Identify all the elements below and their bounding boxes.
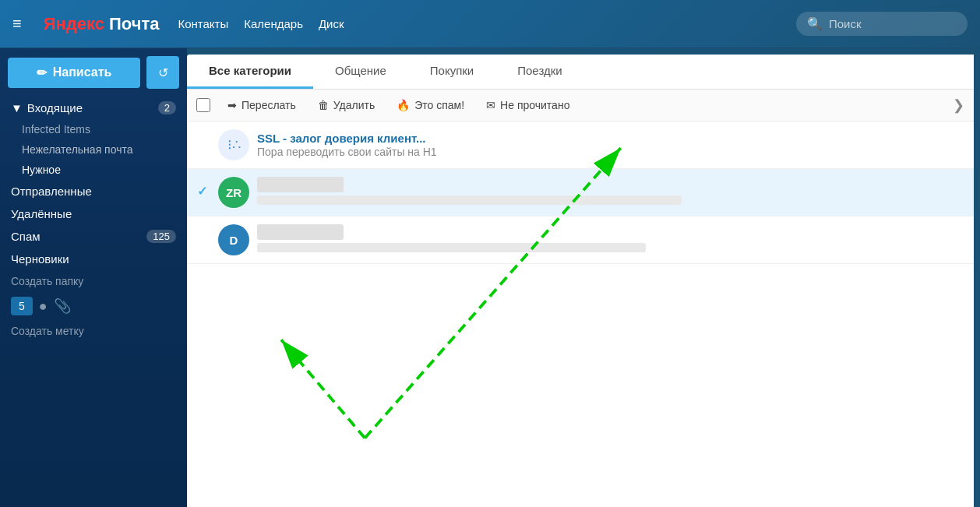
drafts-folder[interactable]: Черновики <box>0 248 187 270</box>
spam-badge: 125 <box>146 230 176 243</box>
logo-pochta: Почта <box>109 14 160 34</box>
calendar-nav[interactable]: Календарь <box>244 17 303 30</box>
unread-label: Не прочитано <box>500 99 569 111</box>
d-sender-row <box>257 224 964 240</box>
delete-button[interactable]: 🗑 Удалить <box>313 96 379 114</box>
ssl-email-checkbox[interactable] <box>196 138 210 152</box>
delete-bin-icon: 🗑 <box>318 99 329 111</box>
email-list: ⁝∴ SSL - залог доверия клиент... Пора пе… <box>187 121 974 507</box>
junk-folder[interactable]: Нежелательная почта <box>0 139 187 160</box>
header: ≡ Яндекс Почта Контакты Календарь Диск 🔍 <box>0 0 980 48</box>
search-input[interactable] <box>829 17 957 30</box>
d-sender <box>257 224 344 240</box>
disk-nav[interactable]: Диск <box>319 17 344 30</box>
ssl-preview: Пора переводить свои сайты на Н1 <box>257 146 437 158</box>
tab-all-categories[interactable]: Все категории <box>187 55 313 89</box>
sidebar: ✏ Написать ↺ ▼ Входящие 2 Infected Items… <box>0 48 187 507</box>
compose-area: ✏ Написать ↺ <box>0 56 187 97</box>
inbox-label: Входящие <box>27 101 83 114</box>
inbox-badge: 2 <box>158 101 176 114</box>
sent-label: Отправленные <box>11 185 92 198</box>
tab-communication[interactable]: Общение <box>313 55 408 89</box>
create-label-label: Создать метку <box>11 325 84 337</box>
d-avatar: D <box>218 224 249 255</box>
deleted-folder[interactable]: Удалённые <box>0 202 187 225</box>
forward-label: Переслать <box>241 99 296 111</box>
zr-email-checkbox[interactable] <box>196 185 210 199</box>
spam-fire-icon: 🔥 <box>397 99 410 111</box>
refresh-icon: ↺ <box>158 65 168 80</box>
zr-email-content <box>257 177 964 208</box>
forward-arrow-icon: ➡ <box>227 99 237 111</box>
search-box[interactable]: 🔍 <box>796 12 968 36</box>
ssl-email-content: SSL - залог доверия клиент... Пора перев… <box>257 132 964 159</box>
zr-sender <box>257 177 344 192</box>
unread-envelope-icon: ✉ <box>486 99 495 111</box>
zr-avatar: ZR <box>218 177 249 208</box>
compose-label: Написать <box>53 65 112 79</box>
ssl-avatar-icon: ⁝∴ <box>227 136 241 153</box>
zr-sender-row <box>257 177 964 192</box>
tab-purchases[interactable]: Покупки <box>408 55 495 89</box>
important-label: Нужное <box>22 164 61 176</box>
junk-label: Нежелательная почта <box>22 143 133 156</box>
spam-folder[interactable]: Спам 125 <box>0 225 187 248</box>
inbox-arrow-icon: ▼ <box>11 101 23 114</box>
d-email-checkbox[interactable] <box>196 233 210 247</box>
refresh-button[interactable]: ↺ <box>146 56 179 89</box>
create-label-btn[interactable]: Создать метку <box>0 320 187 342</box>
ssl-sender: SSL - залог доверия клиент... <box>257 132 425 145</box>
paperclip-icon: 📎 <box>54 298 71 315</box>
ssl-avatar: ⁝∴ <box>218 129 249 160</box>
logo: Яндекс Почта <box>44 14 160 34</box>
compose-button[interactable]: ✏ Написать <box>8 58 140 88</box>
spam-label: Спам <box>11 230 41 243</box>
ssl-sender-row: SSL - залог доверия клиент... <box>257 132 964 145</box>
logo-yandex: Яндекс <box>44 14 104 34</box>
forward-button[interactable]: ➡ Переслать <box>223 96 301 114</box>
create-folder-btn[interactable]: Создать папку <box>0 270 187 292</box>
create-folder-label: Создать папку <box>11 275 83 287</box>
select-all-checkbox[interactable] <box>196 98 210 112</box>
ssl-email[interactable]: ⁝∴ SSL - залог доверия клиент... Пора пе… <box>187 121 974 169</box>
contacts-nav[interactable]: Контакты <box>178 17 228 30</box>
infected-items-label: Infected Items <box>22 123 90 136</box>
hamburger-menu[interactable]: ≡ <box>12 15 22 33</box>
important-folder[interactable]: Нужное <box>0 160 187 180</box>
tab-trips[interactable]: Поездки <box>495 55 583 89</box>
label-section: 5 ● 📎 <box>0 292 187 320</box>
main-nav: Контакты Календарь Диск <box>178 17 344 30</box>
spam-button[interactable]: 🔥 Это спам! <box>392 96 469 114</box>
search-icon: 🔍 <box>807 16 823 31</box>
label-count-badge[interactable]: 5 <box>11 297 33 315</box>
email-toolbar: ➡ Переслать 🗑 Удалить 🔥 Это спам! ✉ Не п… <box>187 90 974 121</box>
email-content: Все категории Общение Покупки Поездки ➡ … <box>187 55 974 507</box>
d-email[interactable]: D <box>187 217 974 264</box>
spam-label: Это спам! <box>414 99 464 111</box>
zr-email[interactable]: ZR <box>187 169 974 217</box>
d-email-content <box>257 224 964 255</box>
deleted-label: Удалённые <box>11 207 72 220</box>
infected-items-folder[interactable]: Infected Items <box>0 119 187 139</box>
sent-folder[interactable]: Отправленные <box>0 180 187 202</box>
category-tabs: Все категории Общение Покупки Поездки <box>187 55 974 90</box>
main-layout: ✏ Написать ↺ ▼ Входящие 2 Infected Items… <box>0 48 980 507</box>
inbox-folder[interactable]: ▼ Входящие 2 <box>0 97 187 119</box>
compose-icon: ✏ <box>37 65 47 80</box>
unread-button[interactable]: ✉ Не прочитано <box>481 96 574 114</box>
d-preview <box>257 243 646 252</box>
delete-label: Удалить <box>333 99 375 111</box>
dot-indicator: ● <box>39 298 48 315</box>
toolbar-more-icon[interactable]: ❯ <box>953 97 964 114</box>
zr-preview <box>257 195 682 205</box>
drafts-label: Черновики <box>11 252 69 266</box>
